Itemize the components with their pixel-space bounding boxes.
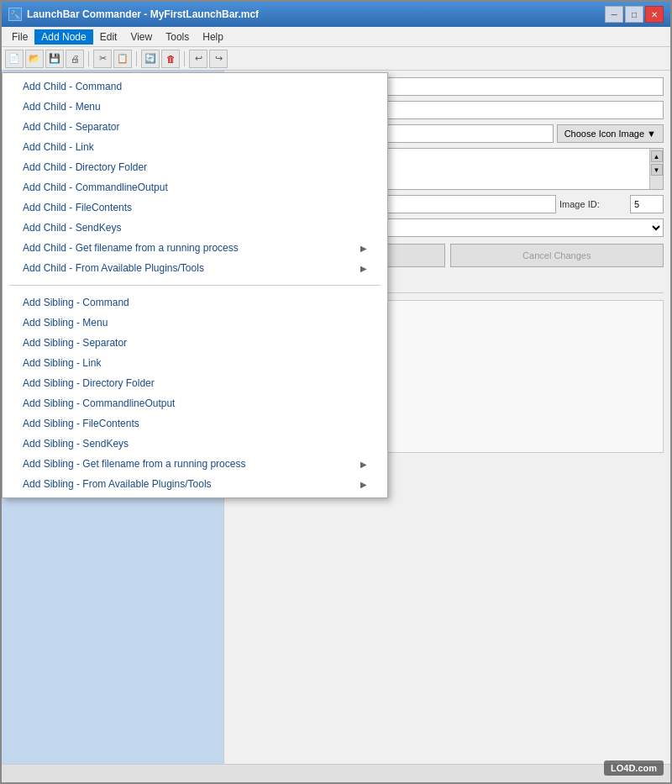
add-child-get-filename[interactable]: Add Child - Get filename from a running … bbox=[3, 238, 387, 258]
scroll-down[interactable]: ▼ bbox=[651, 164, 663, 176]
toolbar-open[interactable]: 📂 bbox=[25, 50, 44, 68]
scroll-up[interactable]: ▲ bbox=[651, 150, 663, 162]
menu-help[interactable]: Help bbox=[196, 29, 230, 45]
title-bar: 🔧 LaunchBar Commander - MyFirstLaunchBar… bbox=[2, 2, 670, 27]
toolbar-delete[interactable]: 🗑 bbox=[161, 50, 180, 68]
add-sibling-get-filename[interactable]: Add Sibling - Get filename from a runnin… bbox=[3, 454, 387, 474]
toolbar-separator-1 bbox=[88, 51, 89, 66]
menu-separator bbox=[9, 285, 381, 286]
add-sibling-plugins[interactable]: Add Sibling - From Available Plugins/Too… bbox=[3, 474, 387, 494]
add-sibling-send-keys[interactable]: Add Sibling - SendKeys bbox=[3, 434, 387, 454]
add-sibling-command[interactable]: Add Sibling - Command bbox=[3, 292, 387, 313]
arrow-icon-2: ▶ bbox=[360, 264, 367, 273]
dropdown-overlay: Add Child - Command Add Child - Menu Add… bbox=[2, 72, 388, 498]
dropdown-menu: Add Child - Command Add Child - Menu Add… bbox=[2, 72, 388, 498]
cancel-changes-button[interactable]: Cancel Changes bbox=[450, 244, 664, 267]
child-section: Add Child - Command Add Child - Menu Add… bbox=[3, 73, 387, 282]
toolbar-undo[interactable]: ↩ bbox=[189, 50, 207, 68]
add-sibling-separator[interactable]: Add Sibling - Separator bbox=[3, 333, 387, 353]
arrow-icon-4: ▶ bbox=[360, 480, 367, 489]
arrow-icon-3: ▶ bbox=[360, 460, 367, 469]
toolbar-new[interactable]: 📄 bbox=[5, 50, 24, 68]
add-child-commandline-output[interactable]: Add Child - CommandlineOutput bbox=[3, 177, 387, 197]
add-child-file-contents[interactable]: Add Child - FileContents bbox=[3, 197, 387, 218]
add-child-link[interactable]: Add Child - Link bbox=[3, 137, 387, 157]
add-sibling-link[interactable]: Add Sibling - Link bbox=[3, 353, 387, 373]
add-child-send-keys[interactable]: Add Child - SendKeys bbox=[3, 218, 387, 238]
app-icon: 🔧 bbox=[8, 8, 22, 21]
add-child-directory-folder[interactable]: Add Child - Directory Folder bbox=[3, 157, 387, 177]
arrow-icon: ▶ bbox=[360, 244, 367, 253]
status-bar bbox=[2, 764, 670, 782]
sibling-section: Add Sibling - Command Add Sibling - Menu… bbox=[3, 289, 387, 497]
add-child-menu[interactable]: Add Child - Menu bbox=[3, 97, 387, 117]
window-title: LaunchBar Commander - MyFirstLaunchBar.m… bbox=[27, 8, 259, 20]
toolbar: 📄 📂 💾 🖨 ✂ 📋 🔄 🗑 ↩ ↪ bbox=[2, 47, 670, 71]
menu-view[interactable]: View bbox=[123, 29, 159, 45]
add-sibling-file-contents[interactable]: Add Sibling - FileContents bbox=[3, 413, 387, 434]
add-sibling-menu[interactable]: Add Sibling - Menu bbox=[3, 313, 387, 333]
close-button[interactable]: ✕ bbox=[645, 6, 664, 23]
choose-icon-button[interactable]: Choose Icon Image ▼ bbox=[557, 124, 664, 143]
toolbar-cut[interactable]: ✂ bbox=[93, 50, 112, 68]
menu-tools[interactable]: Tools bbox=[159, 29, 196, 45]
menu-file[interactable]: File bbox=[5, 29, 34, 45]
maximize-button[interactable]: □ bbox=[625, 6, 643, 23]
toolbar-print[interactable]: 🖨 bbox=[66, 50, 84, 68]
toolbar-paste[interactable]: 📋 bbox=[113, 50, 132, 68]
image-id-label: Image ID: bbox=[559, 199, 627, 209]
menu-edit[interactable]: Edit bbox=[93, 29, 124, 45]
main-window: 🔧 LaunchBar Commander - MyFirstLaunchBar… bbox=[0, 0, 672, 784]
minimize-button[interactable]: ─ bbox=[605, 6, 623, 23]
watermark: LO4D.com bbox=[604, 760, 664, 776]
add-sibling-commandline-output[interactable]: Add Sibling - CommandlineOutput bbox=[3, 393, 387, 413]
title-buttons: ─ □ ✕ bbox=[605, 6, 664, 23]
image-id-input[interactable] bbox=[630, 195, 664, 213]
toolbar-refresh[interactable]: 🔄 bbox=[141, 50, 160, 68]
toolbar-separator-2 bbox=[136, 51, 137, 66]
add-child-command[interactable]: Add Child - Command bbox=[3, 76, 387, 97]
add-child-plugins[interactable]: Add Child - From Available Plugins/Tools… bbox=[3, 258, 387, 278]
toolbar-separator-3 bbox=[184, 51, 185, 66]
add-sibling-directory-folder[interactable]: Add Sibling - Directory Folder bbox=[3, 373, 387, 393]
toolbar-save[interactable]: 💾 bbox=[45, 50, 64, 68]
image-scrollbar: ▲ ▼ bbox=[649, 149, 663, 189]
menu-add-node[interactable]: Add Node bbox=[34, 29, 92, 45]
add-child-separator[interactable]: Add Child - Separator bbox=[3, 117, 387, 137]
menubar: File Add Node Edit View Tools Help bbox=[2, 27, 670, 47]
toolbar-redo[interactable]: ↪ bbox=[209, 50, 228, 68]
title-bar-left: 🔧 LaunchBar Commander - MyFirstLaunchBar… bbox=[8, 8, 259, 21]
